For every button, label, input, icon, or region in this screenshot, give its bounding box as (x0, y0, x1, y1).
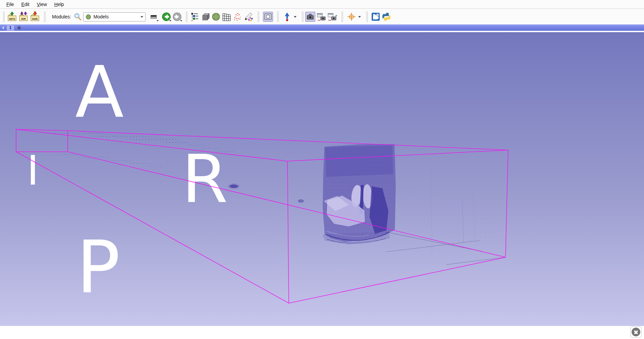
scene-view-restore-button[interactable] (327, 11, 337, 22)
toolbar-grip[interactable] (3, 12, 5, 22)
main-toolbar: DATA DCM SAVE Modules: Models (0, 9, 644, 24)
markups-button[interactable] (232, 11, 243, 22)
collapse-arrow-icon[interactable] (2, 26, 4, 29)
python-console-button[interactable] (381, 11, 392, 22)
volume-rendering-button[interactable] (200, 11, 211, 22)
screenshot-button[interactable] (305, 12, 315, 22)
magnifier-icon (73, 13, 82, 21)
modules-label: Modules: (52, 14, 71, 19)
dicom-label: DCM (18, 18, 29, 20)
transforms-grid-icon (222, 12, 231, 21)
sparse-dust-field (385, 169, 505, 265)
markups-points-icon (233, 12, 242, 21)
module-history-button[interactable] (148, 11, 159, 22)
menu-view[interactable]: View (33, 1, 51, 8)
volume-rendering-cube-icon (201, 12, 210, 21)
annotations-pen-icon (244, 12, 253, 21)
module-search-button[interactable] (73, 11, 82, 22)
toolbar-grip[interactable] (44, 12, 46, 22)
annotations-button[interactable] (243, 11, 254, 22)
notification-bar (0, 326, 644, 339)
load-data-label: DATA (6, 18, 18, 20)
python-console-icon (382, 12, 391, 21)
layout-selector-button[interactable] (263, 12, 273, 22)
transforms-button[interactable] (221, 11, 232, 22)
models-module-icon (86, 14, 91, 20)
scene-view-capture-icon (316, 12, 326, 21)
view-controller-bar: 1 (0, 24, 644, 31)
toolbar-grip[interactable] (277, 12, 279, 22)
camera-icon (306, 12, 315, 21)
mouse-mode-dropdown[interactable] (292, 11, 298, 22)
crosshair-icon (347, 12, 356, 21)
module-selector-value: Models (94, 14, 141, 19)
view-label-badge: 1 (7, 25, 14, 30)
module-selector-combobox[interactable]: Models (83, 12, 146, 21)
forward-button[interactable] (172, 11, 182, 22)
models-module-button[interactable] (211, 11, 221, 22)
models-sphere-icon (211, 12, 221, 21)
close-notification-button[interactable] (630, 326, 642, 338)
history-gradient-icon (151, 15, 157, 19)
pin-icon[interactable] (17, 25, 21, 30)
save-label: SAVE (29, 18, 41, 20)
load-dicom-button[interactable]: DCM (18, 11, 29, 22)
toolbar-grip[interactable] (186, 12, 187, 22)
sparse-point-trails (44, 131, 304, 203)
load-data-folder-icon (7, 11, 17, 22)
scene-view-capture-button[interactable] (316, 11, 327, 22)
view-adjust-arrow-icon (282, 12, 292, 21)
load-data-button[interactable]: DATA (6, 11, 18, 22)
threeD-viewport[interactable]: A I R P (0, 32, 644, 326)
menu-edit[interactable]: Edit (18, 1, 33, 8)
scene-render (0, 32, 644, 326)
dicom-folder-icon (18, 11, 29, 22)
menu-file[interactable]: File (3, 1, 18, 8)
mouse-mode-button[interactable] (282, 11, 292, 22)
back-button[interactable] (161, 11, 172, 22)
extensions-manager-button[interactable] (370, 11, 381, 22)
close-icon (632, 328, 640, 336)
chevron-down-icon (358, 16, 361, 18)
point-cloud-curtain (323, 144, 396, 245)
subject-hierarchy-button[interactable] (189, 11, 200, 22)
chevron-down-icon (169, 20, 171, 21)
toolbar-grip[interactable] (341, 12, 343, 22)
chevron-down-icon (180, 20, 182, 21)
extensions-manager-icon (371, 12, 380, 21)
toolbar-grip[interactable] (258, 12, 259, 22)
toolbar-grip[interactable] (366, 12, 368, 22)
toolbar-grip[interactable] (302, 12, 304, 22)
chevron-down-icon (141, 16, 143, 18)
save-button[interactable]: SAVE (29, 11, 41, 22)
chevron-down-icon (294, 16, 297, 18)
single-3d-layout-icon (264, 12, 272, 21)
chevron-down-icon (157, 20, 159, 21)
scene-view-restore-icon (327, 12, 337, 21)
menu-bar: File Edit View Help (0, 0, 644, 9)
save-folder-icon (30, 11, 40, 22)
subject-hierarchy-icon (190, 12, 199, 21)
crosshair-dropdown[interactable] (357, 11, 362, 22)
crosshair-button[interactable] (346, 11, 357, 22)
menu-help[interactable]: Help (51, 1, 68, 8)
